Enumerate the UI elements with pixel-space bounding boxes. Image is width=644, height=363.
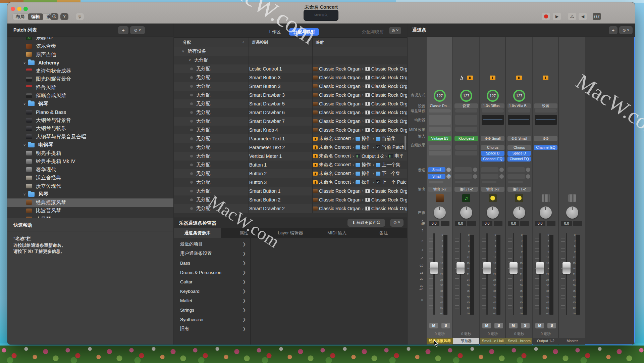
gain-reduction-slot[interactable]: [508, 109, 530, 112]
audio-effect-button[interactable]: Chorus: [481, 145, 504, 150]
patch-row[interactable]: 比波普风琴: [7, 207, 173, 215]
column-header-1[interactable]: 屏幕控制: [252, 40, 268, 45]
midi-effect-slot[interactable]: [455, 127, 477, 132]
channel-name[interactable]: Master: [559, 338, 585, 344]
channel-strips-action-menu[interactable]: ⊙ ˅: [619, 26, 633, 34]
pan-knob[interactable]: [513, 207, 525, 219]
column-header-0[interactable]: 分配: [183, 40, 191, 45]
expression-knob[interactable]: 127: [487, 90, 499, 102]
db-value[interactable]: 0.0: [508, 221, 519, 226]
output-button[interactable]: 输出 1-2: [507, 187, 531, 192]
fader-track[interactable]: [513, 233, 514, 315]
gain-reduction-slot[interactable]: [455, 109, 477, 112]
tab-workspace[interactable]: 工作区: [264, 28, 285, 36]
channel-name[interactable]: Small...e Hall: [480, 338, 506, 344]
patch-row[interactable]: 明亮手提箱: [7, 149, 173, 157]
gain-reduction-slot[interactable]: [482, 109, 504, 112]
eq-thumbnail[interactable]: [535, 115, 557, 125]
channel-strip-6[interactable]: 0.003691215182124303540455060Master: [559, 37, 585, 345]
patch-row[interactable]: 沃立舍现代: [7, 182, 173, 190]
add-channel-strip-button[interactable]: +: [609, 26, 618, 34]
mute-button[interactable]: M: [482, 323, 491, 328]
disclosure-chevron-icon[interactable]: ˅: [182, 50, 187, 53]
inspector-tab-通道条资源库[interactable]: 通道条资源库: [174, 228, 221, 238]
patch-list-action-menu[interactable]: ⊙ ˅: [130, 26, 145, 34]
send-level-knob[interactable]: [526, 174, 530, 179]
mode-布局[interactable]: 布局: [12, 13, 28, 20]
library-item[interactable]: Keyboard❯: [174, 286, 251, 296]
send-slot[interactable]: [508, 181, 523, 183]
disclosure-chevron-icon[interactable]: ˅: [23, 61, 28, 65]
input-button[interactable]: ⊙⊙ Small: [507, 136, 531, 141]
mapping-action-menu[interactable]: ⊙ ˅: [389, 27, 401, 34]
disclosure-chevron-icon[interactable]: ˅: [23, 102, 28, 106]
patch-row[interactable]: 大钢琴与背景音及合唱: [7, 133, 173, 141]
channel-strip-2[interactable]: 127设置Klopfgeist输出 1-2♫0.0036912151821243…: [453, 37, 479, 345]
column-header-2[interactable]: 映射: [316, 40, 324, 45]
library-item[interactable]: Mallet❯: [174, 296, 251, 305]
send-slot[interactable]: [429, 181, 443, 183]
table-row[interactable]: 无分配Smart Knob 4Classic Rock Organ›Classi…: [174, 126, 407, 134]
fader-track[interactable]: [433, 233, 435, 315]
inspector-action-menu[interactable]: ⊙ ˅: [390, 219, 404, 227]
disclosure-chevron-icon[interactable]: ˅: [23, 143, 28, 147]
table-row[interactable]: 无分配Smart Drawbar 2Classic Rock Organ›Cla…: [174, 204, 407, 213]
expression-knob[interactable]: 127: [460, 90, 472, 102]
send-level-knob[interactable]: [473, 168, 477, 172]
channel-strips-toggle-button[interactable]: ⫯⫰⫯: [593, 13, 601, 20]
inspector-tab-属性[interactable]: 属性: [221, 228, 267, 238]
table-row[interactable]: 无分配Parameter Text 1未命名 Concert›操作›当前集: [174, 134, 407, 143]
eq-thumbnail[interactable]: [482, 115, 504, 125]
db-peak[interactable]: [494, 221, 502, 226]
help-button[interactable]: ?: [60, 13, 68, 20]
eq-thumbnail[interactable]: [508, 115, 530, 125]
patch-folder-row[interactable]: ˅电钢琴: [7, 141, 173, 149]
fader-handle[interactable]: [536, 262, 544, 274]
patch-row[interactable]: 经典手提箱 Mk IV: [7, 157, 173, 166]
send-button[interactable]: Small: [428, 167, 445, 172]
tuner-button[interactable]: ψ: [76, 13, 84, 20]
disclosure-chevron-icon[interactable]: ˅: [23, 192, 28, 196]
inspector-tab-备注[interactable]: 备注: [360, 228, 407, 238]
disclosure-chevron-icon[interactable]: ˅: [189, 58, 194, 62]
output-button[interactable]: 输出 1-2: [481, 187, 504, 192]
expression-knob[interactable]: 127: [513, 90, 525, 102]
fader-track[interactable]: [539, 233, 541, 315]
pan-knob[interactable]: [540, 207, 552, 219]
audio-effect-button[interactable]: Channel EQ: [481, 156, 504, 162]
patch-row[interactable]: 大钢琴与弦乐: [7, 124, 173, 133]
expression-knob[interactable]: 127: [434, 90, 446, 102]
patch-row[interactable]: 原声吉他: [7, 50, 173, 59]
table-row[interactable]: 无分配Vertical Meter 1未命名 Concert›Output 1-…: [174, 152, 407, 161]
add-patch-button[interactable]: +: [118, 26, 128, 34]
mute-button[interactable]: M: [429, 323, 438, 328]
pan-knob[interactable]: [434, 207, 446, 219]
library-item[interactable]: 最近的项目❯: [174, 239, 251, 249]
eq-slot[interactable]: [429, 115, 451, 125]
library-item[interactable]: 旧有❯: [174, 324, 251, 333]
solo-button[interactable]: S: [547, 323, 556, 328]
audio-effect-slot[interactable]: [429, 151, 451, 155]
mapping-table-header[interactable]: 分配屏幕控制映射˄: [174, 38, 407, 47]
table-row[interactable]: 无分配Smart Drawbar 7Classic Rock Organ›Cla…: [174, 117, 407, 126]
input-button[interactable]: ⊙⊙ Small: [481, 136, 504, 141]
patch-row[interactable]: 弦乐合奏: [7, 42, 173, 50]
table-row[interactable]: 无分配Smart Button 3Classic Rock Organ›Clas…: [174, 82, 407, 91]
fader-handle[interactable]: [483, 262, 491, 274]
audio-effect-button[interactable]: Chorus: [507, 145, 531, 150]
library-item[interactable]: Synthesizer❯: [174, 315, 251, 324]
send-slot[interactable]: [481, 167, 498, 172]
fader-handle[interactable]: [430, 262, 438, 274]
audio-effect-slot[interactable]: [455, 151, 477, 155]
patch-row[interactable]: 阳光闪耀背景音: [7, 75, 173, 83]
master-mute-button[interactable]: ◀: [579, 13, 587, 20]
table-row[interactable]: ˅无分配: [174, 56, 407, 64]
patch-row[interactable]: 奢华现代: [7, 166, 173, 174]
channel-strip-4[interactable]: 1271.0s Villa B...⊙⊙ SmallChorusSpace DC…: [506, 37, 532, 345]
table-row[interactable]: 无分配Button 3未命名 Concert›操作›✓上一个 Patc: [174, 178, 407, 187]
patch-row[interactable]: 怪兽贝斯: [7, 83, 173, 92]
send-slot[interactable]: [481, 174, 498, 179]
library-item[interactable]: Drums & Percussion❯: [174, 268, 251, 277]
gain-reduction-slot[interactable]: [535, 109, 557, 112]
db-peak[interactable]: [467, 221, 476, 226]
